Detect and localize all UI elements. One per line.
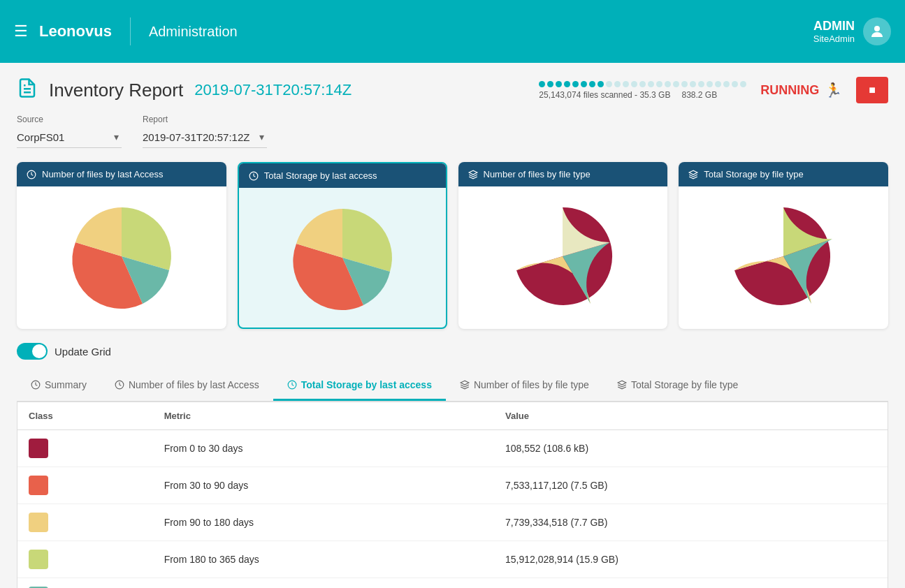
source-group: Source CorpFS01 bbox=[17, 115, 122, 148]
scan-files-label: 25,143,074 files scanned - 35.3 GB bbox=[539, 90, 670, 100]
progress-dot bbox=[564, 81, 570, 87]
chart-title-3: Number of files by file type bbox=[484, 169, 591, 179]
col-metric: Metric bbox=[153, 402, 494, 430]
admin-role: SiteAdmin bbox=[813, 34, 855, 44]
table-row: Older than 365 days 4,111,677,069 (4.1 G… bbox=[17, 578, 888, 589]
color-swatch bbox=[29, 476, 48, 495]
progress-dot bbox=[707, 81, 713, 87]
chart-header-4: Total Storage by file type bbox=[679, 162, 888, 186]
chart-header-1: Number of files by last Access bbox=[17, 162, 226, 186]
progress-dot bbox=[656, 81, 663, 87]
table-row: From 0 to 30 days 108,552 (108.6 kB) bbox=[17, 430, 888, 467]
cell-metric: From 30 to 90 days bbox=[153, 467, 494, 504]
report-group: Report 2019-07-31T20:57:12Z bbox=[143, 115, 267, 148]
tab-files-last-access-label: Number of files by last Access bbox=[129, 379, 259, 390]
table-row: From 90 to 180 days 7,739,334,518 (7.7 G… bbox=[17, 504, 888, 541]
report-header-right: 25,143,074 files scanned - 35.3 GB 838.2… bbox=[539, 77, 888, 103]
update-grid-toggle[interactable] bbox=[17, 343, 48, 360]
cell-class bbox=[17, 504, 153, 541]
table-row: From 30 to 90 days 7,533,117,120 (7.5 GB… bbox=[17, 467, 888, 504]
admin-info: ADMIN SiteAdmin bbox=[813, 19, 855, 44]
charts-grid: Number of files by last Access bbox=[17, 162, 888, 329]
svg-marker-6 bbox=[689, 170, 697, 175]
scan-stats: 25,143,074 files scanned - 35.3 GB 838.2… bbox=[539, 90, 717, 100]
progress-dot bbox=[690, 81, 696, 87]
tab-files-file-type[interactable]: Number of files by file type bbox=[446, 371, 603, 401]
progress-dot bbox=[723, 81, 730, 87]
menu-icon[interactable]: ☰ bbox=[14, 22, 28, 41]
progress-dot bbox=[606, 81, 612, 87]
chart-title-2: Total Storage by last access bbox=[264, 170, 377, 181]
tab-storage-file-type-label: Total Storage by file type bbox=[631, 379, 738, 390]
chart-card-files-last-access[interactable]: Number of files by last Access bbox=[17, 162, 226, 329]
col-class: Class bbox=[17, 402, 153, 430]
tab-summary-label: Summary bbox=[45, 379, 87, 390]
scan-progress: 25,143,074 files scanned - 35.3 GB 838.2… bbox=[539, 81, 746, 100]
toggle-label: Update Grid bbox=[55, 346, 111, 358]
report-select-wrapper[interactable]: 2019-07-31T20:57:12Z bbox=[143, 127, 267, 148]
progress-dot bbox=[547, 81, 553, 87]
progress-dot bbox=[648, 81, 654, 87]
main-content: Inventory Report 2019-07-31T20:57:14Z bbox=[0, 63, 905, 588]
chart-body-4 bbox=[679, 186, 888, 326]
source-select-wrapper[interactable]: CorpFS01 bbox=[17, 127, 122, 148]
header-divider bbox=[130, 17, 131, 45]
toggle-row: Update Grid bbox=[17, 343, 888, 360]
page-title: Administration bbox=[149, 24, 238, 40]
chart-card-storage-last-access[interactable]: Total Storage by last access bbox=[238, 162, 447, 329]
cell-value: 7,739,334,518 (7.7 GB) bbox=[494, 504, 888, 541]
data-table: Class Metric Value From 0 to 30 days 108… bbox=[17, 402, 888, 588]
tabs: Summary Number of files by last Access T… bbox=[17, 371, 888, 402]
svg-marker-11 bbox=[618, 381, 626, 385]
chart-body-3 bbox=[458, 186, 668, 326]
progress-dot bbox=[639, 81, 646, 87]
cell-value: 15,912,028,914 (15.9 GB) bbox=[494, 541, 888, 578]
header: ☰ Leonovus Administration ADMIN SiteAdmi… bbox=[0, 0, 905, 63]
chart-card-storage-file-type[interactable]: Total Storage by file type bbox=[679, 162, 888, 329]
color-swatch bbox=[29, 550, 48, 569]
progress-dot bbox=[681, 81, 688, 87]
tab-summary[interactable]: Summary bbox=[17, 371, 101, 401]
tab-storage-last-access[interactable]: Total Storage by last access bbox=[273, 371, 446, 401]
header-right: ADMIN SiteAdmin bbox=[813, 17, 891, 45]
source-select[interactable]: CorpFS01 bbox=[17, 127, 122, 148]
table-row: From 180 to 365 days 15,912,028,914 (15.… bbox=[17, 541, 888, 578]
cell-value: 7,533,117,120 (7.5 GB) bbox=[494, 467, 888, 504]
chart-header-2: Total Storage by last access bbox=[239, 163, 446, 188]
progress-dot bbox=[631, 81, 637, 87]
report-select[interactable]: 2019-07-31T20:57:12Z bbox=[143, 127, 267, 148]
report-header: Inventory Report 2019-07-31T20:57:14Z bbox=[17, 77, 888, 103]
cell-metric: From 180 to 365 days bbox=[153, 541, 494, 578]
user-avatar[interactable] bbox=[863, 17, 891, 45]
running-icon: 🏃 bbox=[825, 82, 842, 98]
progress-dot bbox=[589, 81, 595, 87]
scan-total-label: 838.2 GB bbox=[681, 90, 717, 100]
chart-header-3: Number of files by file type bbox=[458, 162, 668, 186]
col-value: Value bbox=[494, 402, 888, 430]
logo: Leonovus bbox=[39, 22, 112, 41]
tab-files-last-access[interactable]: Number of files by last Access bbox=[101, 371, 273, 401]
tab-files-file-type-label: Number of files by file type bbox=[474, 379, 589, 390]
progress-dot bbox=[556, 81, 562, 87]
progress-dot bbox=[539, 81, 545, 87]
progress-dot bbox=[665, 81, 671, 87]
svg-marker-5 bbox=[469, 170, 477, 175]
report-timestamp: 2019-07-31T20:57:14Z bbox=[194, 81, 352, 99]
svg-point-0 bbox=[874, 26, 880, 31]
chart-card-files-file-type[interactable]: Number of files by file type bbox=[458, 162, 668, 329]
report-title: Inventory Report bbox=[49, 80, 183, 101]
progress-dot bbox=[698, 81, 704, 87]
progress-dot bbox=[614, 81, 621, 87]
report-label: Report bbox=[143, 115, 267, 124]
table-container: Class Metric Value From 0 to 30 days 108… bbox=[17, 402, 888, 588]
progress-dot bbox=[623, 81, 629, 87]
cell-class bbox=[17, 430, 153, 467]
cell-metric: From 90 to 180 days bbox=[153, 504, 494, 541]
stop-button[interactable]: ■ bbox=[856, 77, 888, 103]
progress-dots bbox=[539, 81, 746, 87]
source-label: Source bbox=[17, 115, 122, 124]
tab-storage-file-type[interactable]: Total Storage by file type bbox=[603, 371, 752, 401]
chart-title-1: Number of files by last Access bbox=[42, 169, 163, 179]
chart-body-1 bbox=[17, 186, 226, 326]
cell-metric: From 0 to 30 days bbox=[153, 430, 494, 467]
